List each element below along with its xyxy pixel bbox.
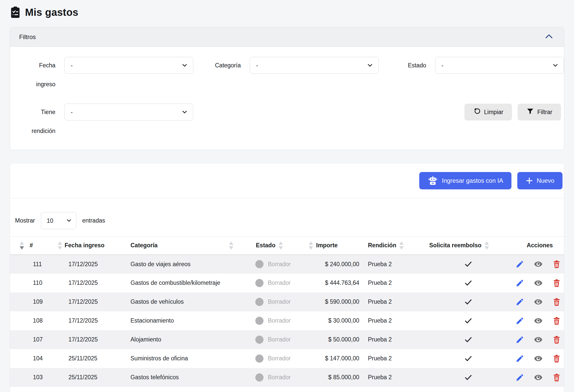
view-button[interactable] bbox=[534, 279, 543, 287]
edit-button[interactable] bbox=[516, 373, 524, 382]
sort-icon bbox=[399, 241, 404, 250]
column-header-solicita-reembolso[interactable]: Solicita reembolso bbox=[421, 237, 505, 255]
sort-icon bbox=[485, 241, 489, 250]
expense-rendicion: Prueba 2 bbox=[362, 274, 421, 292]
delete-button[interactable] bbox=[552, 260, 561, 268]
check-icon bbox=[464, 260, 472, 268]
table-header-row: # Fecha ingreso Categoría bbox=[10, 237, 564, 255]
expense-fecha: 17/12/2025 bbox=[53, 330, 122, 349]
trash-icon bbox=[552, 298, 561, 306]
pencil-icon bbox=[516, 316, 524, 325]
filtrar-button[interactable]: Filtrar bbox=[518, 104, 561, 120]
column-header-fecha[interactable]: Fecha ingreso bbox=[53, 237, 122, 255]
expense-importe: $ 590.000,00 bbox=[301, 292, 362, 311]
pencil-icon bbox=[516, 373, 524, 382]
check-icon bbox=[464, 354, 472, 363]
edit-button[interactable] bbox=[516, 354, 524, 363]
eye-icon bbox=[534, 373, 543, 382]
column-header-importe[interactable]: Importe bbox=[301, 237, 362, 255]
sort-icon bbox=[279, 241, 283, 250]
filters-collapse-button[interactable] bbox=[543, 31, 555, 43]
fecha-ingreso-select[interactable]: - bbox=[64, 57, 193, 74]
delete-button[interactable] bbox=[552, 298, 561, 306]
expense-categoria: Gastos de combustible/kilometraje bbox=[122, 274, 237, 292]
edit-button[interactable] bbox=[516, 335, 524, 344]
expenses-table: # Fecha ingreso Categoría bbox=[10, 236, 564, 387]
view-button[interactable] bbox=[534, 373, 543, 382]
trash-icon bbox=[552, 260, 561, 268]
filter-field-categoria: Categoría - bbox=[210, 57, 379, 95]
sort-desc-icon bbox=[20, 241, 24, 250]
status-label: Borrador bbox=[268, 374, 291, 381]
expense-num: 110 bbox=[10, 274, 53, 292]
edit-button[interactable] bbox=[516, 316, 524, 325]
trash-icon bbox=[552, 316, 561, 325]
column-header-num[interactable]: # bbox=[10, 237, 53, 255]
expense-importe: $ 30.000,00 bbox=[301, 311, 362, 330]
eye-icon bbox=[534, 279, 543, 287]
robot-icon bbox=[427, 176, 438, 185]
page-size-select[interactable]: 10 bbox=[41, 212, 76, 229]
edit-button[interactable] bbox=[516, 298, 524, 306]
trash-icon bbox=[552, 279, 561, 287]
ai-entry-button[interactable]: Ingresar gastos con IA bbox=[419, 172, 511, 189]
edit-button[interactable] bbox=[516, 260, 524, 268]
expense-num: 107 bbox=[10, 330, 53, 349]
column-header-categoria[interactable]: Categoría bbox=[122, 237, 237, 255]
status-label: Borrador bbox=[268, 336, 291, 343]
mostrar-label: Mostrar bbox=[15, 217, 35, 224]
expense-num: 111 bbox=[10, 255, 53, 274]
delete-button[interactable] bbox=[552, 373, 561, 382]
page-size-control: Mostrar 10 entradas bbox=[15, 212, 564, 229]
expense-importe: $ 240.000,00 bbox=[301, 255, 362, 274]
expense-categoria: Estacionamiento bbox=[122, 311, 237, 330]
status-dot-icon bbox=[255, 317, 264, 325]
fecha-ingreso-label: Fecha ingreso bbox=[25, 56, 55, 94]
trash-icon bbox=[552, 335, 561, 344]
expenses-page: Mis gastos Filtros Fecha ingreso - bbox=[0, 6, 574, 392]
expense-categoria: Gastos telefónicos bbox=[122, 368, 237, 387]
status-label: Borrador bbox=[268, 355, 291, 362]
limpiar-button[interactable]: Limpiar bbox=[464, 104, 512, 120]
funnel-icon bbox=[526, 107, 534, 117]
view-button[interactable] bbox=[534, 316, 543, 325]
status-dot-icon bbox=[255, 373, 264, 382]
status-dot-icon bbox=[255, 298, 264, 306]
edit-button[interactable] bbox=[516, 279, 524, 287]
nuevo-button[interactable]: Nuevo bbox=[517, 172, 563, 189]
view-button[interactable] bbox=[534, 354, 543, 363]
check-icon bbox=[464, 373, 472, 382]
table-row: 103 25/11/2025 Gastos telefónicos Borrad… bbox=[10, 368, 564, 387]
filter-field-tiene-rendicion: Tiene rendición - bbox=[25, 104, 193, 140]
expense-categoria: Alojamiento bbox=[122, 330, 237, 349]
view-button[interactable] bbox=[534, 260, 543, 268]
delete-button[interactable] bbox=[552, 354, 561, 363]
table-row: 104 25/11/2025 Suministros de oficina Bo… bbox=[10, 349, 564, 368]
tiene-rendicion-select[interactable]: - bbox=[64, 104, 193, 120]
plus-icon bbox=[525, 177, 533, 185]
delete-button[interactable] bbox=[552, 316, 561, 325]
table-row: 111 17/12/2025 Gasto de viajes aéreos Bo… bbox=[10, 255, 564, 274]
filter-field-estado: Estado - bbox=[396, 57, 564, 95]
clipboard-list-icon bbox=[10, 6, 21, 18]
delete-button[interactable] bbox=[552, 279, 561, 287]
view-button[interactable] bbox=[534, 335, 543, 344]
table-row: 107 17/12/2025 Alojamiento Borrador $ 50… bbox=[10, 330, 564, 349]
expense-importe: $ 85.000,00 bbox=[301, 368, 362, 387]
expense-rendicion: Prueba 2 bbox=[362, 368, 421, 387]
column-header-estado[interactable]: Estado bbox=[237, 237, 301, 255]
categoria-select[interactable]: - bbox=[250, 57, 379, 74]
column-header-acciones: Acciones bbox=[505, 237, 564, 255]
entradas-label: entradas bbox=[82, 217, 105, 224]
expenses-card: Ingresar gastos con IA Nuevo Mostrar 10 bbox=[10, 163, 564, 392]
expense-rendicion: Prueba 2 bbox=[362, 311, 421, 330]
view-button[interactable] bbox=[534, 298, 543, 306]
pencil-icon bbox=[516, 260, 524, 268]
page-title: Mis gastos bbox=[25, 7, 78, 18]
delete-button[interactable] bbox=[552, 335, 561, 344]
status-dot-icon bbox=[255, 336, 264, 344]
estado-select[interactable]: - bbox=[435, 57, 564, 74]
filters-header: Filtros bbox=[10, 27, 564, 47]
column-header-rendicion[interactable]: Rendición bbox=[362, 237, 421, 255]
expense-rendicion: Prueba 2 bbox=[362, 255, 421, 274]
